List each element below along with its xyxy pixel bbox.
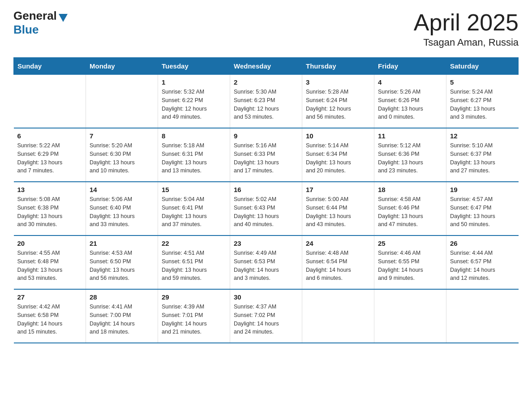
day-number: 13 (17, 186, 82, 193)
day-cell: 11Sunrise: 5:12 AM Sunset: 6:36 PM Dayli… (374, 128, 446, 182)
logo-general: General (13, 9, 57, 23)
day-cell: 18Sunrise: 4:58 AM Sunset: 6:46 PM Dayli… (374, 182, 446, 235)
day-number: 23 (234, 240, 298, 247)
title-block: April 2025 Tsagan Aman, Russia (414, 9, 519, 48)
col-header-saturday: Saturday (446, 58, 519, 75)
day-info: Sunrise: 4:49 AM Sunset: 6:53 PM Dayligh… (234, 249, 298, 283)
day-cell: 1Sunrise: 5:32 AM Sunset: 6:22 PM Daylig… (158, 75, 230, 128)
calendar-table: SundayMondayTuesdayWednesdayThursdayFrid… (13, 57, 519, 343)
day-info: Sunrise: 4:48 AM Sunset: 6:54 PM Dayligh… (306, 249, 370, 283)
day-cell (446, 289, 519, 343)
day-cell: 14Sunrise: 5:06 AM Sunset: 6:40 PM Dayli… (86, 182, 158, 235)
day-number: 5 (450, 78, 515, 86)
day-number: 6 (17, 132, 82, 140)
col-header-friday: Friday (374, 58, 446, 75)
day-cell: 28Sunrise: 4:41 AM Sunset: 7:00 PM Dayli… (86, 289, 158, 343)
week-row-4: 20Sunrise: 4:55 AM Sunset: 6:48 PM Dayli… (14, 235, 519, 289)
day-cell: 20Sunrise: 4:55 AM Sunset: 6:48 PM Dayli… (14, 235, 86, 289)
day-number: 28 (90, 293, 154, 301)
day-cell: 22Sunrise: 4:51 AM Sunset: 6:51 PM Dayli… (158, 235, 230, 289)
day-number: 20 (17, 240, 82, 247)
day-info: Sunrise: 4:44 AM Sunset: 6:57 PM Dayligh… (450, 249, 515, 283)
day-number: 4 (378, 78, 442, 86)
day-cell: 16Sunrise: 5:02 AM Sunset: 6:43 PM Dayli… (230, 182, 302, 235)
day-cell: 24Sunrise: 4:48 AM Sunset: 6:54 PM Dayli… (302, 235, 374, 289)
day-number: 22 (162, 240, 226, 247)
day-info: Sunrise: 4:42 AM Sunset: 6:58 PM Dayligh… (17, 303, 82, 336)
day-cell: 6Sunrise: 5:22 AM Sunset: 6:29 PM Daylig… (14, 128, 86, 182)
day-info: Sunrise: 5:24 AM Sunset: 6:27 PM Dayligh… (450, 88, 515, 121)
day-cell: 30Sunrise: 4:37 AM Sunset: 7:02 PM Dayli… (230, 289, 302, 343)
day-info: Sunrise: 4:37 AM Sunset: 7:02 PM Dayligh… (234, 303, 298, 336)
day-info: Sunrise: 4:51 AM Sunset: 6:51 PM Dayligh… (162, 249, 226, 283)
day-info: Sunrise: 5:30 AM Sunset: 6:23 PM Dayligh… (234, 88, 298, 121)
day-info: Sunrise: 5:08 AM Sunset: 6:38 PM Dayligh… (17, 195, 82, 229)
week-row-5: 27Sunrise: 4:42 AM Sunset: 6:58 PM Dayli… (14, 289, 519, 343)
day-info: Sunrise: 5:18 AM Sunset: 6:31 PM Dayligh… (162, 141, 226, 175)
day-cell: 21Sunrise: 4:53 AM Sunset: 6:50 PM Dayli… (86, 235, 158, 289)
day-info: Sunrise: 4:39 AM Sunset: 7:01 PM Dayligh… (162, 303, 226, 336)
day-info: Sunrise: 4:57 AM Sunset: 6:47 PM Dayligh… (450, 195, 515, 229)
day-info: Sunrise: 5:14 AM Sunset: 6:34 PM Dayligh… (306, 141, 370, 175)
day-number: 7 (90, 132, 154, 140)
day-info: Sunrise: 5:28 AM Sunset: 6:24 PM Dayligh… (306, 88, 370, 121)
day-cell: 13Sunrise: 5:08 AM Sunset: 6:38 PM Dayli… (14, 182, 86, 235)
calendar-subtitle: Tsagan Aman, Russia (414, 37, 519, 48)
day-cell: 23Sunrise: 4:49 AM Sunset: 6:53 PM Dayli… (230, 235, 302, 289)
day-number: 17 (306, 186, 370, 193)
day-cell: 7Sunrise: 5:20 AM Sunset: 6:30 PM Daylig… (86, 128, 158, 182)
day-number: 10 (306, 132, 370, 140)
day-number: 21 (90, 240, 154, 247)
week-row-2: 6Sunrise: 5:22 AM Sunset: 6:29 PM Daylig… (14, 128, 519, 182)
calendar-title: April 2025 (414, 9, 519, 36)
day-cell (14, 75, 86, 128)
logo-blue: Blue (13, 23, 68, 37)
day-info: Sunrise: 5:26 AM Sunset: 6:26 PM Dayligh… (378, 88, 442, 121)
day-info: Sunrise: 5:06 AM Sunset: 6:40 PM Dayligh… (90, 195, 154, 229)
day-number: 27 (17, 293, 82, 301)
day-cell (374, 289, 446, 343)
day-cell: 15Sunrise: 5:04 AM Sunset: 6:41 PM Dayli… (158, 182, 230, 235)
day-number: 16 (234, 186, 298, 193)
day-cell: 17Sunrise: 5:00 AM Sunset: 6:44 PM Dayli… (302, 182, 374, 235)
day-info: Sunrise: 4:58 AM Sunset: 6:46 PM Dayligh… (378, 195, 442, 229)
day-info: Sunrise: 5:02 AM Sunset: 6:43 PM Dayligh… (234, 195, 298, 229)
day-cell: 5Sunrise: 5:24 AM Sunset: 6:27 PM Daylig… (446, 75, 519, 128)
day-number: 1 (162, 78, 226, 86)
day-cell: 12Sunrise: 5:10 AM Sunset: 6:37 PM Dayli… (446, 128, 519, 182)
day-number: 12 (450, 132, 515, 140)
day-number: 18 (378, 186, 442, 193)
day-info: Sunrise: 5:10 AM Sunset: 6:37 PM Dayligh… (450, 141, 515, 175)
day-info: Sunrise: 5:04 AM Sunset: 6:41 PM Dayligh… (162, 195, 226, 229)
day-number: 30 (234, 293, 298, 301)
day-number: 11 (378, 132, 442, 140)
day-cell: 10Sunrise: 5:14 AM Sunset: 6:34 PM Dayli… (302, 128, 374, 182)
day-number: 25 (378, 240, 442, 247)
day-number: 2 (234, 78, 298, 86)
day-cell: 25Sunrise: 4:46 AM Sunset: 6:55 PM Dayli… (374, 235, 446, 289)
col-header-tuesday: Tuesday (158, 58, 230, 75)
day-number: 3 (306, 78, 370, 86)
week-row-1: 1Sunrise: 5:32 AM Sunset: 6:22 PM Daylig… (14, 75, 519, 128)
day-number: 19 (450, 186, 515, 193)
col-header-sunday: Sunday (14, 58, 86, 75)
day-info: Sunrise: 5:22 AM Sunset: 6:29 PM Dayligh… (17, 141, 82, 175)
day-cell: 9Sunrise: 5:16 AM Sunset: 6:33 PM Daylig… (230, 128, 302, 182)
day-cell: 4Sunrise: 5:26 AM Sunset: 6:26 PM Daylig… (374, 75, 446, 128)
day-cell: 2Sunrise: 5:30 AM Sunset: 6:23 PM Daylig… (230, 75, 302, 128)
day-info: Sunrise: 4:41 AM Sunset: 7:00 PM Dayligh… (90, 303, 154, 336)
week-row-3: 13Sunrise: 5:08 AM Sunset: 6:38 PM Dayli… (14, 182, 519, 235)
col-header-monday: Monday (86, 58, 158, 75)
col-header-thursday: Thursday (302, 58, 374, 75)
day-info: Sunrise: 4:46 AM Sunset: 6:55 PM Dayligh… (378, 249, 442, 283)
day-number: 15 (162, 186, 226, 193)
day-number: 24 (306, 240, 370, 247)
col-header-wednesday: Wednesday (230, 58, 302, 75)
day-number: 26 (450, 240, 515, 247)
day-cell: 26Sunrise: 4:44 AM Sunset: 6:57 PM Dayli… (446, 235, 519, 289)
day-cell: 27Sunrise: 4:42 AM Sunset: 6:58 PM Dayli… (14, 289, 86, 343)
logo-triangle-icon (58, 10, 68, 22)
day-cell: 8Sunrise: 5:18 AM Sunset: 6:31 PM Daylig… (158, 128, 230, 182)
day-cell (302, 289, 374, 343)
day-info: Sunrise: 5:00 AM Sunset: 6:44 PM Dayligh… (306, 195, 370, 229)
